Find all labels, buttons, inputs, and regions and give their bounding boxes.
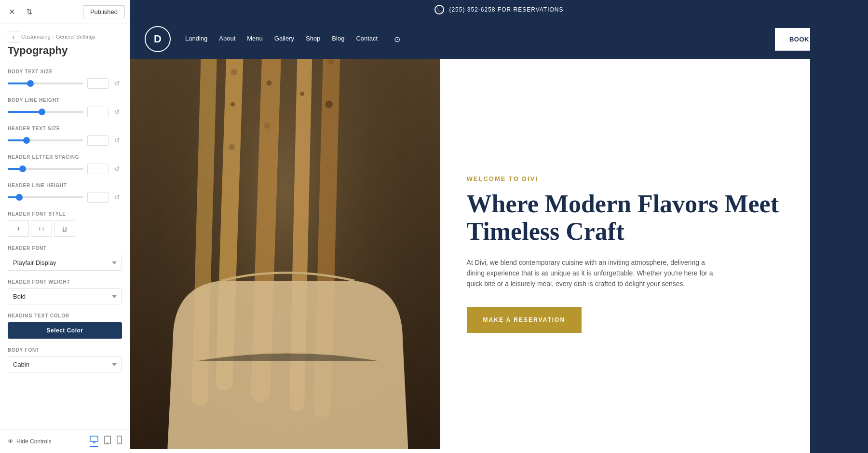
phone-icon: 📞 <box>434 5 444 14</box>
header-letter-spacing-reset[interactable]: ↺ <box>112 164 122 174</box>
tablet-icon[interactable] <box>104 436 111 447</box>
body-line-height-control: BODY LINE HEIGHT 1.7 ↺ <box>8 97 122 117</box>
svg-point-13 <box>231 102 235 107</box>
breadcrumb-separator: › <box>53 34 54 40</box>
header-text-size-control: HEADER TEXT SIZE 30 ↺ <box>8 126 122 146</box>
customizer-panel: ✕ ⇅ Published ‹ Customizing › General Se… <box>0 0 130 453</box>
header-font-weight-control: HEADER FONT WEIGHT Thin Light Regular Bo… <box>8 279 122 304</box>
nav-blog[interactable]: Blog <box>332 35 344 44</box>
svg-rect-0 <box>90 436 98 441</box>
nav-shop[interactable]: Shop <box>306 35 320 44</box>
body-font-label: BODY FONT <box>8 347 122 353</box>
hero-image <box>130 59 440 449</box>
header-letter-spacing-control: HEADER LETTER SPACING 0 ↺ <box>8 154 122 174</box>
header-font-weight-label: HEADER FONT WEIGHT <box>8 279 122 285</box>
header-font-control: HEADER FONT Playfair Display Georgia Tim… <box>8 246 122 271</box>
header-font-style-control: HEADER FONT STYLE I TT U <box>8 211 122 237</box>
header-letter-spacing-thumb[interactable] <box>19 165 26 172</box>
site-nav: D Landing About Menu Gallery Shop Blog C… <box>130 19 868 59</box>
nav-contact[interactable]: Contact <box>356 35 378 44</box>
body-line-height-reset[interactable]: ↺ <box>112 107 122 117</box>
header-line-height-input[interactable]: 1 <box>87 192 108 203</box>
svg-point-12 <box>231 69 237 75</box>
make-reservation-button[interactable]: MAKE A RESERVATION <box>467 307 582 333</box>
body-line-height-track[interactable] <box>8 111 83 113</box>
body-line-height-label: BODY LINE HEIGHT <box>8 97 122 103</box>
body-line-height-input[interactable]: 1.7 <box>87 107 108 117</box>
header-text-size-track[interactable] <box>8 139 83 141</box>
welcome-text: WELCOME TO DIVI <box>467 175 841 182</box>
panel-content: BODY TEXT SIZE 16 ↺ BODY LINE HEIGHT 1.7… <box>0 62 130 429</box>
body-text-size-thumb[interactable] <box>27 80 34 87</box>
header-font-select[interactable]: Playfair Display Georgia Times New Roman… <box>8 255 122 271</box>
site-topbar: 📞 (255) 352-6258 FOR RESERVATIONS <box>130 0 868 19</box>
svg-point-24 <box>325 101 333 109</box>
header-font-weight-select[interactable]: Thin Light Regular Bold Extra Bold <box>8 288 122 304</box>
select-color-button[interactable]: Select Color <box>8 322 122 339</box>
caps-button[interactable]: TT <box>31 220 52 237</box>
header-letter-spacing-track[interactable] <box>8 168 83 170</box>
hide-controls-button[interactable]: 👁 Hide Controls <box>8 438 52 445</box>
hero-body-text: At Divi, we blend contemporary cuisine w… <box>467 257 718 289</box>
underline-button[interactable]: U <box>54 220 75 237</box>
desktop-icon[interactable] <box>90 436 98 447</box>
back-button[interactable]: ‹ <box>8 31 19 42</box>
svg-point-23 <box>328 59 334 64</box>
mobile-icon[interactable] <box>117 436 122 447</box>
nav-gallery[interactable]: Gallery <box>274 35 294 44</box>
body-font-select[interactable]: Cabin Open Sans Roboto Lato <box>8 357 122 372</box>
body-text-size-label: BODY TEXT SIZE <box>8 69 122 74</box>
swap-icon[interactable]: ⇅ <box>22 5 36 19</box>
header-letter-spacing-label: HEADER LETTER SPACING <box>8 154 122 160</box>
italic-button[interactable]: I <box>8 220 29 237</box>
panel-topbar: ✕ ⇅ Published <box>0 0 130 24</box>
body-line-height-thumb[interactable] <box>39 109 45 115</box>
header-line-height-label: HEADER LINE HEIGHT <box>8 183 122 188</box>
nav-menu[interactable]: Menu <box>247 35 263 44</box>
header-text-size-input[interactable]: 30 <box>87 135 108 146</box>
svg-point-4 <box>107 442 108 443</box>
body-text-size-track[interactable] <box>8 82 83 84</box>
header-text-size-label: HEADER TEXT SIZE <box>8 126 122 131</box>
nav-links: Landing About Menu Gallery Shop Blog Con… <box>185 35 775 44</box>
svg-point-21 <box>300 92 304 96</box>
panel-header: ‹ Customizing › General Settings Typogra… <box>0 24 130 62</box>
hero-section: WELCOME TO DIVI Where Modern Flavors Mee… <box>130 59 868 449</box>
site-preview: 📞 (255) 352-6258 FOR RESERVATIONS D Land… <box>130 0 868 453</box>
header-line-height-control: HEADER LINE HEIGHT 1 ↺ <box>8 183 122 203</box>
header-line-height-reset[interactable]: ↺ <box>112 192 122 202</box>
panel-title: Typography <box>8 44 122 57</box>
body-text-size-reset[interactable]: ↺ <box>112 79 122 88</box>
svg-point-14 <box>229 144 235 150</box>
search-icon[interactable]: ⊙ <box>394 35 400 44</box>
font-style-buttons: I TT U <box>8 220 122 237</box>
header-letter-spacing-input[interactable]: 0 <box>87 164 108 174</box>
header-font-label: HEADER FONT <box>8 246 122 251</box>
right-bg-strip <box>810 0 868 453</box>
hide-icon: 👁 <box>8 438 14 445</box>
breadcrumb-customizing: Customizing <box>21 34 51 40</box>
svg-point-17 <box>267 80 272 85</box>
breadcrumb: ‹ Customizing › General Settings <box>8 31 122 42</box>
header-text-size-thumb[interactable] <box>23 137 30 144</box>
svg-point-18 <box>264 123 270 129</box>
body-text-size-control: BODY TEXT SIZE 16 ↺ <box>8 69 122 89</box>
body-text-size-input[interactable]: 16 <box>87 78 108 89</box>
nav-about[interactable]: About <box>219 35 235 44</box>
published-button[interactable]: Published <box>83 5 125 18</box>
header-line-height-track[interactable] <box>8 196 83 198</box>
body-font-control: BODY FONT Cabin Open Sans Roboto Lato <box>8 347 122 372</box>
header-font-style-label: HEADER FONT STYLE <box>8 211 122 217</box>
nav-landing[interactable]: Landing <box>185 35 207 44</box>
site-logo: D <box>145 26 171 52</box>
hero-headline: Where Modern Flavors Meet Timeless Craft <box>467 190 841 245</box>
breadcrumb-general-settings: General Settings <box>56 34 95 40</box>
body-line-height-fill <box>8 111 42 113</box>
header-text-size-reset[interactable]: ↺ <box>112 136 122 145</box>
heading-text-color-control: HEADING TEXT COLOR Select Color <box>8 313 122 339</box>
header-line-height-thumb[interactable] <box>16 194 23 201</box>
heading-text-color-label: HEADING TEXT COLOR <box>8 313 122 318</box>
panel-footer: 👁 Hide Controls <box>0 429 130 453</box>
close-icon[interactable]: ✕ <box>5 5 18 19</box>
website-wrapper: 📞 (255) 352-6258 FOR RESERVATIONS D Land… <box>130 0 868 453</box>
